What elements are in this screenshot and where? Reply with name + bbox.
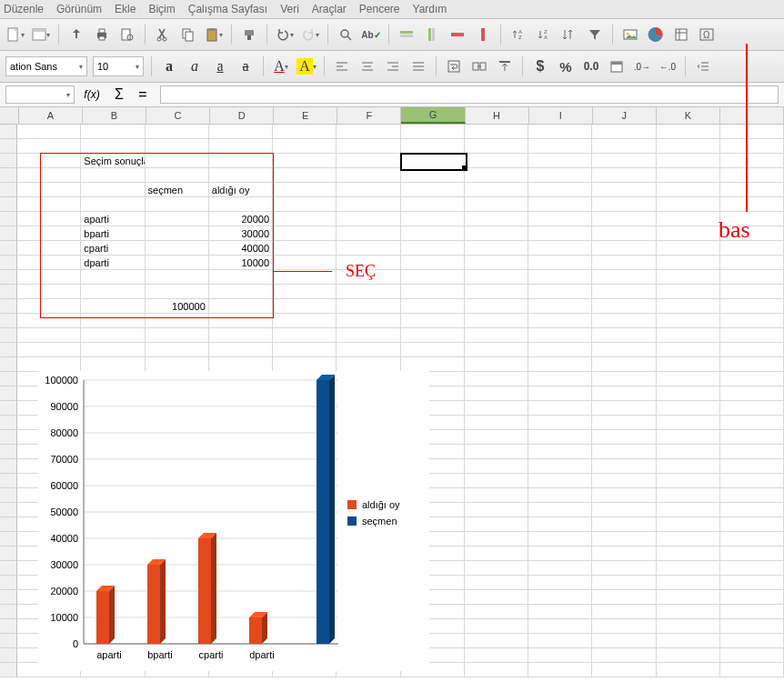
cell[interactable]: [720, 139, 784, 154]
autofilter-icon[interactable]: [585, 25, 605, 45]
cell[interactable]: [528, 634, 592, 648]
align-left-icon[interactable]: [332, 56, 352, 76]
undo-icon[interactable]: ▾: [275, 25, 295, 45]
cell[interactable]: [465, 605, 528, 619]
cell[interactable]: [657, 576, 720, 590]
cell[interactable]: [337, 299, 400, 314]
cell[interactable]: [720, 197, 784, 212]
cell[interactable]: [465, 299, 528, 314]
cell[interactable]: dparti: [81, 256, 145, 270]
cell[interactable]: [528, 445, 592, 459]
cell[interactable]: [592, 663, 656, 677]
cell[interactable]: [592, 154, 656, 168]
col-header[interactable]: F: [337, 107, 401, 124]
paste-icon[interactable]: ▾: [204, 25, 224, 45]
sort-desc-icon[interactable]: ZA: [534, 25, 554, 45]
template-icon[interactable]: ▾: [31, 25, 51, 45]
cell[interactable]: [592, 139, 656, 154]
cell[interactable]: [146, 125, 209, 139]
cell[interactable]: [720, 314, 784, 328]
delete-column-icon[interactable]: [473, 25, 493, 45]
cell[interactable]: [657, 547, 720, 561]
cell[interactable]: [657, 590, 720, 605]
menu-item[interactable]: Veri: [280, 3, 299, 15]
cell[interactable]: [17, 183, 81, 197]
delete-row-icon[interactable]: [447, 25, 467, 45]
cell[interactable]: [146, 270, 209, 285]
cell[interactable]: [528, 517, 592, 532]
cell[interactable]: [337, 197, 400, 212]
cell[interactable]: [465, 139, 528, 154]
cell[interactable]: [657, 357, 720, 372]
cell[interactable]: [720, 183, 784, 197]
menu-item[interactable]: Düzenle: [4, 3, 44, 15]
cell[interactable]: [592, 343, 656, 357]
cell[interactable]: [592, 605, 656, 619]
cell[interactable]: [81, 197, 145, 212]
cell[interactable]: [465, 241, 528, 256]
cell[interactable]: [17, 270, 81, 285]
special-char-icon[interactable]: Ω: [697, 25, 717, 45]
cell[interactable]: [720, 590, 784, 605]
cell[interactable]: [720, 576, 784, 590]
cell[interactable]: [720, 168, 784, 183]
cell[interactable]: [592, 197, 656, 212]
cell[interactable]: [657, 125, 720, 139]
new-icon[interactable]: ▾: [5, 25, 25, 45]
menu-item[interactable]: Görünüm: [56, 3, 102, 15]
cell[interactable]: [465, 634, 528, 648]
cell[interactable]: [273, 212, 337, 226]
cell[interactable]: [657, 416, 720, 430]
font-size-select[interactable]: 10▾: [93, 56, 144, 76]
cell[interactable]: Seçim sonuçları: [81, 154, 145, 168]
cell[interactable]: [657, 532, 720, 547]
cell[interactable]: [465, 197, 528, 212]
cell[interactable]: [592, 547, 656, 561]
cell[interactable]: [592, 459, 656, 474]
cell[interactable]: [401, 183, 465, 197]
cell[interactable]: [337, 154, 400, 168]
col-header[interactable]: H: [466, 107, 529, 124]
cell[interactable]: [720, 125, 784, 139]
cell[interactable]: [592, 488, 656, 503]
align-justify-icon[interactable]: [408, 56, 428, 76]
cell[interactable]: [465, 343, 528, 357]
cell[interactable]: cparti: [81, 241, 145, 256]
col-header[interactable]: C: [146, 107, 210, 124]
cell[interactable]: [273, 328, 337, 343]
cell[interactable]: [720, 459, 784, 474]
cell[interactable]: [720, 634, 784, 648]
cell[interactable]: [401, 241, 465, 256]
cell[interactable]: [592, 561, 656, 576]
cell[interactable]: [657, 634, 720, 648]
cell[interactable]: [81, 357, 145, 372]
cell[interactable]: [209, 328, 273, 343]
cell[interactable]: [209, 270, 273, 285]
cell[interactable]: [146, 314, 209, 328]
cell[interactable]: [657, 270, 720, 285]
cell[interactable]: [657, 445, 720, 459]
cell[interactable]: [657, 183, 720, 197]
cell[interactable]: [401, 357, 465, 372]
cell[interactable]: [273, 256, 337, 270]
cell[interactable]: [465, 357, 528, 372]
cell[interactable]: 10000: [209, 256, 273, 270]
cell[interactable]: [401, 197, 465, 212]
cell[interactable]: [465, 154, 528, 168]
cell[interactable]: [657, 226, 720, 241]
cell[interactable]: [273, 285, 337, 299]
cell[interactable]: [592, 386, 656, 401]
cell[interactable]: [720, 343, 784, 357]
cell[interactable]: [720, 241, 784, 256]
cell[interactable]: [528, 241, 592, 256]
cell[interactable]: [465, 619, 528, 634]
cell[interactable]: [592, 634, 656, 648]
cell[interactable]: [209, 197, 273, 212]
cell[interactable]: [528, 314, 592, 328]
font-color-button[interactable]: A▾: [271, 56, 291, 76]
embedded-chart[interactable]: 0100002000030000400005000060000700008000…: [38, 371, 429, 671]
row-icon[interactable]: [397, 25, 417, 45]
cell[interactable]: 100000: [146, 299, 209, 314]
cell[interactable]: [17, 256, 81, 270]
cell[interactable]: [273, 168, 337, 183]
